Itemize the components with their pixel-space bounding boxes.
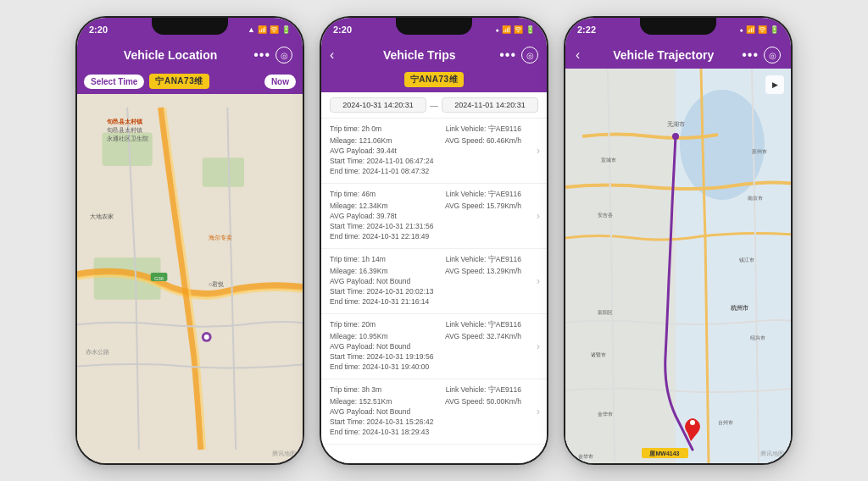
battery-icon: 🔋	[281, 25, 291, 34]
now-button[interactable]: Now	[264, 75, 296, 89]
avg-payload-4: AVG Payload: Not Bound	[330, 407, 410, 416]
notch-3	[640, 18, 716, 35]
link-vehicle-0: Link Vehicle: 宁AE9116	[446, 124, 521, 135]
bluetooth-icon-3: ⬥	[739, 25, 743, 34]
svg-rect-2	[203, 158, 244, 186]
mileage-4: Mileage: 152.51Km	[330, 397, 392, 406]
avg-payload-0: AVG Payload: 39.44t	[330, 147, 397, 155]
map-area-3[interactable]: 无湖市 宣城市 苏州市 南京市 安吉县 镇江市 杭州市 富阳区 绍兴市 诸暨市 …	[565, 69, 791, 463]
link-vehicle-2: Link Vehicle: 宁AE9116	[446, 255, 521, 265]
battery-icon-3: 🔋	[770, 25, 779, 34]
avg-payload-3: AVG Payload: Not Bound	[330, 342, 410, 351]
more-icon-3[interactable]: •••	[742, 47, 759, 63]
notch	[152, 18, 228, 35]
start-time-4: Start Time: 2024-10-31 15:26:42	[330, 417, 433, 426]
date-range-row: 2024-10-31 14:20:31 — 2024-11-01 14:20:3…	[321, 92, 547, 119]
avg-speed-3: AVG Speed: 32.74Km/h	[445, 332, 521, 340]
trip-item[interactable]: Trip time: 20m Link Vehicle: 宁AE9116 Mil…	[321, 314, 547, 379]
target-icon-1[interactable]: ◎	[275, 47, 292, 64]
mileage-0: Mileage: 121.06Km	[330, 136, 392, 145]
header-right-icons: ••• ◎	[253, 47, 292, 64]
signal-icon-2: 📶	[502, 25, 511, 34]
trip-item[interactable]: Trip time: 3h 3m Link Vehicle: 宁AE9116 M…	[321, 379, 547, 445]
svg-text:富阳区: 富阳区	[598, 309, 613, 315]
more-icon-1[interactable]: •••	[253, 47, 270, 63]
notch-2	[396, 18, 472, 35]
header-title-1: Vehicle Location	[87, 48, 253, 62]
trip-chevron-2: ›	[537, 275, 540, 287]
date-dash: —	[430, 101, 438, 110]
link-vehicle-4: Link Vehicle: 宁AE9116	[446, 385, 521, 395]
map-background-1: G36 旬邑县太村镇永通社区卫生院 旬邑县太村镇 大地农家 海尔专卖 ○君悦 赤…	[77, 94, 303, 463]
svg-point-25	[690, 420, 695, 425]
svg-text:台州市: 台州市	[718, 419, 733, 425]
svg-text:南京市: 南京市	[748, 195, 763, 201]
trips-header: ‹ Vehicle Trips ••• ◎	[321, 41, 547, 69]
trip-chevron-0: ›	[537, 145, 540, 157]
target-icon-2[interactable]: ◎	[521, 47, 538, 64]
battery-icon-2: 🔋	[526, 25, 535, 34]
trip-item[interactable]: Trip time: 1h 14m Link Vehicle: 宁AE9116 …	[321, 249, 547, 314]
more-icon-2[interactable]: •••	[499, 47, 516, 63]
header-bar-1: Vehicle Location ••• ◎	[77, 41, 303, 69]
target-icon-3[interactable]: ◎	[764, 47, 781, 64]
svg-text:无湖市: 无湖市	[667, 121, 685, 127]
svg-text:宣城市: 宣城市	[601, 157, 616, 163]
status-icons-3: ⬥ 📶 🛜 🔋	[739, 25, 779, 34]
trips-header-icons: ••• ◎	[499, 47, 538, 64]
start-time-1: Start Time: 2024-10-31 21:31:56	[330, 222, 433, 230]
trip-chevron-1: ›	[537, 210, 540, 222]
trip-chevron-4: ›	[537, 406, 540, 417]
avg-payload-2: AVG Payload: Not Bound	[330, 277, 410, 285]
status-icons-1: ▲ 📶 🛜 🔋	[248, 25, 291, 34]
svg-text:绍兴市: 绍兴市	[750, 334, 765, 340]
svg-text:屋MW4143: 屋MW4143	[648, 451, 679, 456]
trips-list[interactable]: Trip time: 2h 0m Link Vehicle: 宁AE9116 M…	[321, 119, 547, 463]
svg-text:镇江市: 镇江市	[738, 257, 754, 263]
svg-point-24	[672, 133, 679, 140]
trip-time-3: Trip time: 20m	[330, 320, 376, 330]
status-time-1: 2:20	[89, 25, 108, 35]
wifi-icon-2: 🛜	[514, 25, 523, 34]
end-time-3: End time: 2024-10-31 19:40:00	[330, 362, 429, 371]
svg-point-7	[204, 334, 209, 340]
svg-text:安吉县: 安吉县	[598, 212, 613, 218]
trip-time-0: Trip time: 2h 0m	[330, 124, 381, 135]
play-button[interactable]: ▶	[765, 75, 784, 94]
phone-vehicle-location: 2:20 ▲ 📶 🛜 🔋 Vehicle Location ••• ◎ Sele…	[75, 16, 304, 465]
phone-vehicle-trajectory: 2:22 ⬥ 📶 🛜 🔋 ‹ Vehicle Trajectory ••• ◎	[564, 16, 793, 465]
trip-chevron-3: ›	[537, 340, 540, 352]
map-area-1[interactable]: G36 旬邑县太村镇永通社区卫生院 旬邑县太村镇 大地农家 海尔专卖 ○君悦 赤…	[77, 94, 303, 463]
back-button-3[interactable]: ‹	[576, 47, 580, 63]
svg-text:苏州市: 苏州市	[752, 148, 767, 154]
svg-text:诸暨市: 诸暨市	[591, 351, 606, 357]
traj-header-icons: ••• ◎	[742, 47, 781, 64]
svg-rect-1	[103, 133, 153, 166]
back-button-2[interactable]: ‹	[330, 47, 334, 63]
avg-speed-1: AVG Speed: 15.79Km/h	[445, 202, 521, 210]
trip-item[interactable]: Trip time: 2h 0m Link Vehicle: 宁AE9116 M…	[321, 119, 547, 184]
trip-time-1: Trip time: 46m	[330, 190, 376, 200]
trips-title: Vehicle Trips	[339, 48, 499, 62]
watermark-3: 腾讯地图	[760, 450, 784, 458]
trip-item[interactable]: Trip time: 46m Link Vehicle: 宁AE9116 Mil…	[321, 184, 547, 249]
toolbar-row-1: Select Time 宁ANA73维 Now	[77, 69, 303, 94]
link-vehicle-3: Link Vehicle: 宁AE9116	[446, 320, 521, 330]
trip-time-2: Trip time: 1h 14m	[330, 255, 386, 265]
watermark-1: 腾讯地图	[272, 450, 296, 458]
trip-time-4: Trip time: 3h 3m	[330, 385, 381, 395]
date-end-input[interactable]: 2024-11-01 14:20:31	[442, 97, 538, 113]
avg-speed-2: AVG Speed: 13.29Km/h	[445, 267, 521, 275]
wifi-icon-3: 🛜	[758, 25, 767, 34]
start-time-2: Start Time: 2024-10-31 20:02:13	[330, 287, 433, 296]
select-time-button[interactable]: Select Time	[84, 75, 144, 89]
signal-icon-3: 📶	[746, 25, 755, 34]
bluetooth-icon-2: ⬥	[495, 25, 499, 34]
phone-vehicle-trips: 2:20 ⬥ 📶 🛜 🔋 ‹ Vehicle Trips ••• ◎ 宁ANA7…	[320, 16, 548, 465]
svg-text:G36: G36	[154, 276, 164, 281]
status-icons-2: ⬥ 📶 🛜 🔋	[495, 25, 535, 34]
end-time-1: End time: 2024-10-31 22:18:49	[330, 232, 429, 240]
svg-text:金华市: 金华市	[578, 453, 593, 459]
mileage-2: Mileage: 16.39Km	[330, 267, 388, 275]
date-start-input[interactable]: 2024-10-31 14:20:31	[330, 97, 426, 113]
